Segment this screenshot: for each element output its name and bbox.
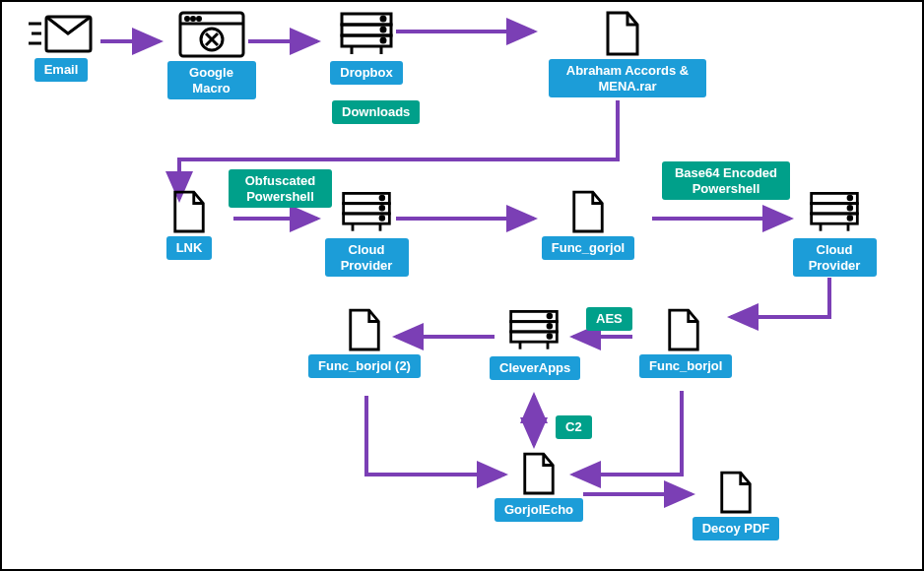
svg-point-33	[380, 206, 384, 210]
svg-point-18	[197, 18, 200, 21]
file-icon	[539, 189, 637, 234]
downloads-badge: Downloads	[332, 100, 420, 124]
c2-label: C2	[556, 415, 592, 439]
cloud1-label: Cloud Provider	[325, 238, 409, 277]
decoy-pdf-node: Decoy PDF	[692, 470, 780, 540]
cloud-provider-1-node: Cloud Provider	[322, 189, 411, 277]
rar-label: Abraham Accords & MENA.rar	[549, 59, 706, 97]
file-icon	[155, 189, 224, 234]
google-macro-label: Google Macro	[167, 61, 256, 99]
cloud2-label: Cloud Provider	[793, 238, 877, 277]
func-borjol2-label: Func_borjol (2)	[308, 354, 421, 378]
b64-ps-badge: Base64 Encoded Powershell	[662, 161, 790, 200]
svg-point-41	[848, 206, 852, 210]
dropbox-node: Dropbox	[322, 10, 411, 85]
obfuscated-ps-badge: Obfuscated Powershell	[229, 169, 332, 208]
downloads-label: Downloads	[332, 100, 420, 124]
svg-point-27	[381, 38, 385, 42]
svg-point-16	[185, 18, 188, 21]
svg-point-43	[848, 217, 852, 221]
file-icon	[549, 10, 696, 57]
file-icon	[495, 451, 583, 496]
file-icon	[639, 307, 728, 352]
func-gorjol-label: Func_gorjol	[542, 236, 634, 260]
c2-badge: C2	[556, 415, 592, 439]
email-icon	[22, 12, 100, 56]
aes-label: AES	[586, 307, 632, 331]
google-macro-node: Google Macro	[165, 10, 258, 99]
func-borjol-node: Func_borjol	[639, 307, 728, 378]
svg-point-35	[380, 217, 384, 221]
func-borjol2-node: Func_borjol (2)	[305, 307, 424, 378]
svg-point-47	[548, 314, 552, 318]
decoy-label: Decoy PDF	[693, 517, 780, 540]
cleverapps-node: CleverApps	[490, 307, 578, 380]
svg-point-25	[381, 28, 385, 32]
gorjolecho-node: GorjolEcho	[495, 451, 583, 522]
server-icon	[490, 307, 578, 354]
lnk-label: LNK	[166, 236, 213, 260]
svg-point-17	[191, 18, 194, 21]
gorjolecho-label: GorjolEcho	[495, 498, 583, 522]
server-icon	[790, 189, 879, 236]
diagram-canvas: Email Google Macro	[0, 0, 924, 571]
server-icon	[322, 189, 411, 236]
cloud-provider-2-node: Cloud Provider	[790, 189, 879, 277]
svg-point-39	[848, 196, 852, 200]
b64-ps-label: Base64 Encoded Powershell	[662, 161, 790, 200]
rar-node: Abraham Accords & MENA.rar	[549, 10, 696, 97]
svg-point-51	[548, 335, 552, 339]
svg-point-49	[548, 324, 552, 328]
dropbox-label: Dropbox	[330, 61, 402, 85]
file-icon	[692, 470, 780, 515]
svg-point-23	[381, 17, 385, 21]
arrow-layer	[2, 2, 922, 569]
cleverapps-label: CleverApps	[490, 356, 580, 380]
func-gorjol-node: Func_gorjol	[539, 189, 637, 260]
obfuscated-ps-label: Obfuscated Powershell	[229, 169, 332, 208]
email-label: Email	[34, 58, 89, 82]
func-borjol-label: Func_borjol	[639, 354, 732, 378]
server-icon	[322, 10, 411, 59]
lnk-node: LNK	[155, 189, 224, 260]
file-icon	[305, 307, 424, 352]
aes-badge: AES	[586, 307, 632, 331]
email-node: Email	[22, 12, 100, 82]
browser-error-icon	[165, 10, 258, 59]
svg-point-31	[380, 196, 384, 200]
